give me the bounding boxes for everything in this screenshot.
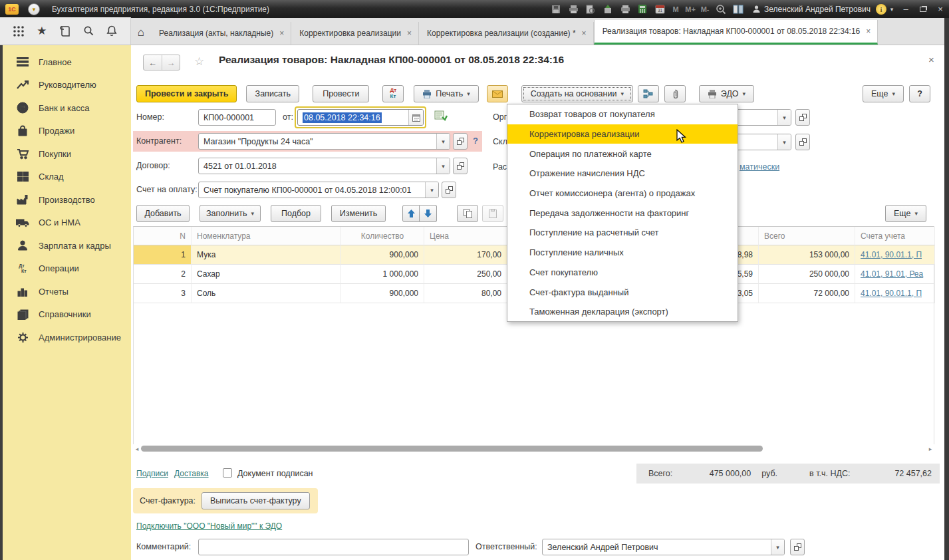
close-icon[interactable]: × — [582, 29, 587, 38]
responsible-field[interactable]: Зеленский Андрей Петрович ▾ — [542, 539, 785, 555]
print-icon[interactable] — [565, 3, 581, 16]
signatures-link[interactable]: Подписи — [136, 469, 168, 478]
move-down-button[interactable] — [420, 205, 437, 222]
sidebar-item-glavnoe[interactable]: Главное — [3, 51, 131, 74]
post-button[interactable]: Провести — [313, 85, 369, 102]
chevron-down-icon[interactable]: ▾ — [436, 134, 450, 149]
organization-open-button[interactable] — [795, 109, 810, 126]
favorite-star-icon[interactable]: ☆ — [194, 55, 204, 69]
sidebar-item-otchety[interactable]: Отчеты — [3, 280, 131, 303]
contragent-open-button[interactable] — [453, 133, 468, 150]
connect-edo-link[interactable]: Подключить "ООО "Новый мир"" к ЭДО — [136, 521, 282, 531]
more-button[interactable]: Еще▾ — [863, 85, 904, 102]
col-header-vsego[interactable]: Всего — [759, 227, 855, 245]
table-horizontal-scrollbar[interactable]: ◂ ▸ — [133, 444, 934, 453]
comment-input[interactable] — [198, 539, 469, 555]
accounts-link[interactable]: 41.01, 90.01.1, П — [861, 250, 922, 259]
chevron-down-icon[interactable]: ▾ — [771, 539, 784, 555]
edit-button[interactable]: Изменить — [331, 205, 386, 222]
payment-invoice-field[interactable]: Счет покупателю КП00-000001 от 04.05.201… — [198, 182, 439, 198]
chevron-down-icon[interactable]: ▾ — [777, 110, 791, 125]
email-button[interactable] — [487, 85, 508, 102]
print-preview-icon[interactable] — [583, 3, 599, 16]
menu-item-otchet-komissionera[interactable]: Отчет комиссионера (агента) о продажах — [507, 184, 738, 204]
sidebar-item-administrirovanie[interactable]: Администрирование — [3, 326, 131, 349]
close-window-button[interactable]: × — [932, 3, 949, 16]
sidebar-item-bank-kassa[interactable]: ₽Банк и касса — [3, 96, 131, 120]
memory-m-button[interactable]: M — [668, 5, 683, 13]
close-icon[interactable]: × — [407, 29, 412, 38]
add-row-button[interactable]: Добавить — [136, 205, 190, 222]
history-icon[interactable] — [58, 24, 72, 39]
col-header-kolichestvo[interactable]: Количество — [341, 227, 424, 245]
print-button[interactable]: Печать▾ — [414, 85, 478, 102]
edo-button[interactable]: ЭДО▾ — [699, 85, 754, 102]
sidebar-item-os-nma[interactable]: ОС и НМА — [3, 211, 131, 235]
set-date-icon[interactable] — [434, 110, 448, 124]
contragent-field[interactable]: Магазин "Продукты 24 часа" ▾ — [198, 133, 450, 150]
menu-item-korrektirovka-realizatsii[interactable]: Корректировка реализации — [507, 124, 738, 144]
menu-item-otrazhenie-nds[interactable]: Отражение начисления НДС — [507, 164, 738, 184]
scanner-icon[interactable] — [617, 3, 633, 16]
send-file-icon[interactable] — [600, 3, 616, 16]
issue-invoice-button[interactable]: Выписать счет-фактуру — [202, 492, 310, 509]
sidebar-item-pokupki[interactable]: Покупки — [3, 142, 131, 166]
scroll-right-icon[interactable]: ▸ — [926, 446, 934, 452]
sidebar-item-prodazhi[interactable]: Продажи — [3, 120, 131, 143]
calendar-icon[interactable]: 31 — [652, 3, 668, 16]
main-menu-button[interactable]: ▾ — [28, 3, 40, 15]
favorites-star-icon[interactable]: ★ — [35, 24, 49, 39]
sidebar-item-spravochniki[interactable]: Справочники — [3, 303, 131, 327]
memory-mplus-button[interactable]: M+ — [683, 5, 698, 13]
help-button[interactable]: ? — [909, 85, 930, 102]
minimize-button[interactable]: – — [897, 3, 914, 16]
attachments-button[interactable] — [664, 85, 686, 102]
menu-item-postuplenie-schet[interactable]: Поступление на расчетный счет — [507, 223, 738, 243]
menu-item-schet-pokupatelyu[interactable]: Счет покупателю — [507, 263, 738, 283]
notifications-bell-icon[interactable] — [104, 24, 119, 39]
menu-item-schet-faktura[interactable]: Счет-фактура выданный — [507, 282, 738, 302]
tab-korrektirovka-sozdanie[interactable]: Корректировка реализации (создание) *× — [419, 22, 594, 45]
fill-button[interactable]: Заполнить▾ — [200, 205, 261, 222]
split-view-icon[interactable] — [730, 3, 746, 16]
info-icon[interactable]: i — [876, 4, 886, 15]
responsible-open-button[interactable] — [790, 539, 805, 555]
tab-realizatsiya-akty[interactable]: Реализация (акты, накладные)× — [151, 22, 291, 45]
paste-rows-button[interactable] — [482, 205, 503, 222]
accounts-link[interactable]: 41.01, 90.01.1, П — [861, 289, 922, 298]
menu-item-postuplenie-nalichnykh[interactable]: Поступление наличных — [507, 243, 738, 263]
menu-item-vozvrat-tovarov[interactable]: Возврат товаров от покупателя — [507, 104, 738, 124]
forward-button[interactable]: → — [162, 55, 180, 70]
menu-item-operatsiya-po-karte[interactable]: Операция по платежной карте — [507, 144, 738, 164]
col-header-tsena[interactable]: Цена — [424, 227, 507, 245]
chevron-down-icon[interactable]: ▾ — [777, 134, 791, 150]
contract-open-button[interactable] — [453, 158, 468, 174]
current-user[interactable]: Зеленский Андрей Петрович — [752, 5, 871, 14]
col-header-n[interactable]: N — [134, 227, 192, 245]
col-header-nomenklatura[interactable]: Номенклатура — [192, 227, 341, 245]
scroll-left-icon[interactable]: ◂ — [133, 446, 141, 452]
warehouse-open-button[interactable] — [795, 134, 810, 150]
delivery-link[interactable]: Доставка — [174, 469, 209, 478]
sidebar-item-operatsii[interactable]: Дт КтОперации — [3, 257, 131, 281]
col-header-scheta-ucheta[interactable]: Счета учета — [855, 227, 935, 245]
copy-rows-button[interactable] — [457, 205, 478, 222]
tab-realizatsiya-tovarov-active[interactable]: Реализация товаров: Накладная КП00-00000… — [594, 20, 879, 45]
chevron-down-icon[interactable]: ▾ — [425, 182, 438, 198]
contragent-help-icon[interactable]: ? — [473, 136, 478, 146]
close-form-icon[interactable]: × — [928, 54, 934, 65]
related-documents-button[interactable] — [638, 85, 659, 102]
save-icon[interactable] — [548, 3, 564, 16]
pick-button[interactable]: Подбор — [271, 205, 321, 222]
table-more-button[interactable]: Еще▾ — [885, 205, 926, 222]
home-icon[interactable]: ⌂ — [131, 21, 151, 45]
tab-korrektirovka[interactable]: Корректировка реализации× — [291, 22, 419, 45]
dtkt-postings-button[interactable]: ДтКт — [382, 85, 404, 102]
sidebar-item-rukovoditelyu[interactable]: Руководителю — [3, 74, 131, 97]
zoom-icon[interactable] — [713, 3, 729, 16]
settlements-link[interactable]: матически — [740, 162, 779, 172]
number-field[interactable]: КП00-000001 — [198, 109, 276, 126]
sidebar-item-proizvodstvo[interactable]: Производство — [3, 188, 131, 211]
menu-item-peredacha-faktoring[interactable]: Передача задолженности на факторинг — [507, 203, 738, 223]
close-icon[interactable]: × — [866, 27, 871, 36]
